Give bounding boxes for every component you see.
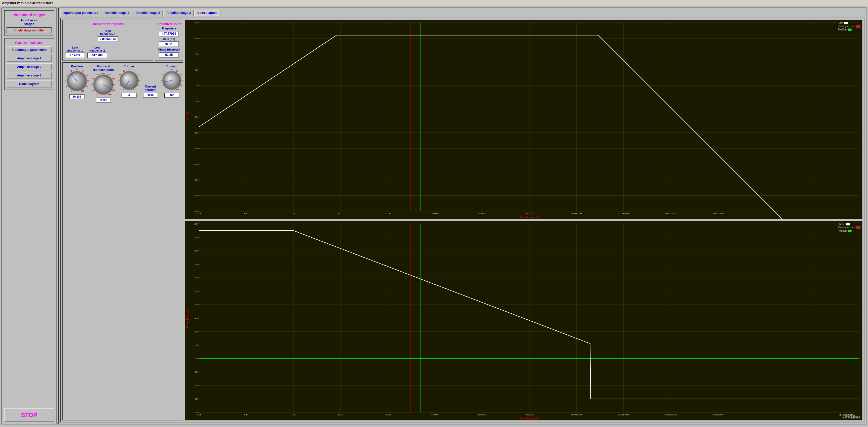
freq-label: Frequency [162,27,176,30]
gain-legend-gain-label: Gain [838,22,843,24]
left-panel: Number of stages Number ofstages Single … [1,7,57,425]
number-of-stages-subtitle: Number ofstages [21,19,37,26]
phase-legend: Phase Stability domain Pozition [838,223,861,232]
spec-point-title: Specified point [157,22,181,26]
freq-value: 447.87979 [159,31,179,36]
bottom-knobs-row: Trigger 0 Currentiteration 9999 [118,65,183,98]
current-iter-title: Currentiteration [145,85,156,92]
number-of-stages-title: Number of stages [13,12,45,17]
high-freq1-label: Highfrequency 1 [100,29,116,35]
title-bar: Amplifier with bipolar transistors [0,0,868,6]
tab-stage2[interactable]: Amplifier stage 2 [133,9,163,16]
phase-deg-value: 52.25 [159,52,179,58]
high-freq1-value: 2.86364E+6 [98,36,118,42]
btn-bode[interactable]: Bode diagram [6,80,52,88]
phase-legend-stability-label: Stability domain [838,226,856,229]
points-knob-group: Points of representation 10000 [91,65,115,418]
content-area: Characteristic points Highfrequency 1 2.… [60,18,865,423]
phase-legend-pozition: Pozition [838,229,861,232]
gain-legend-pozition-label: Pozition [838,28,847,31]
gain-legend: Gain Stability domain Pozition [838,22,861,31]
control-buttons-title: Control buttons [15,40,43,45]
control-buttons-section: Control buttons Input/output parameters … [4,38,54,90]
stability-color-box [857,25,861,28]
tab-bode[interactable]: Bode diagram [194,9,220,16]
stop-button[interactable]: STOP [4,408,54,422]
tab-io-params[interactable]: Input/output parameters [60,9,101,16]
gain-chart-box: Gain Stability domain Pozition [185,20,863,219]
tab-stage3[interactable]: Amplifier stage 3 [163,9,194,16]
phase-color-box [846,223,850,226]
domain-knob[interactable] [161,69,183,92]
low-freq1-value: 8.19672 [65,53,85,58]
tabs-bar: Input/output parameters Amplifier stage … [60,9,865,16]
domain-value: 100 [164,93,180,98]
gain-legend-stability-label: Stability domain [838,25,856,28]
position-knob[interactable] [65,69,89,93]
char-points-title: Characteristic points [65,22,151,26]
phase-chart-box: Phase Stability domain Pozition ▶ NATION… [185,221,863,421]
left-content: Characteristic points Highfrequency 1 2.… [62,20,183,421]
domain-knob-group: Domain 100 [161,65,183,98]
gain-db-label: Gain [db] [163,37,175,40]
gain-color-box [844,22,848,24]
right-panel: Input/output parameters Amplifier stage … [58,7,867,425]
gain-db-value: 32.11 [159,41,179,47]
phase-legend-stability: Stability domain [838,226,861,229]
btn-stage2[interactable]: Amplifier stage 2 [6,63,52,70]
app-title: Amplifier with bipolar transistors [2,1,53,5]
phase-legend-phase-label: Phase [838,223,845,226]
stages-value: Single stage amplifier [6,27,52,33]
position-title: Position [71,65,83,68]
phase-pozition-color-box [848,230,851,232]
current-iter-value: 9999 [143,93,158,98]
gain-legend-pozition: Pozition [838,28,861,31]
low-freq1-label: Lowfrequency 1 [67,46,83,52]
trigger-knob-group: Trigger 0 [118,65,141,98]
low-freq2-value: 447.986 [87,53,107,58]
tab-stage1[interactable]: Amplifier stage 1 [102,9,132,16]
trigger-title: Trigger [124,65,134,68]
trigger-value: 0 [122,93,137,98]
top-row: Characteristic points Highfrequency 1 2.… [62,20,183,61]
specified-point-box: Specified point Frequency 447.87979 Gain… [155,20,183,61]
gain-legend-stability: Stability domain [838,25,861,28]
phase-legend-phase: Phase [838,223,861,226]
btn-stage1[interactable]: Amplifier stage 1 [6,55,52,62]
points-knob[interactable] [91,73,115,97]
gain-legend-gain: Gain [838,22,861,24]
phase-legend-pozition-label: Pozition [838,229,847,232]
number-of-stages-section: Number of stages Number ofstages Single … [4,10,54,36]
btn-stage3[interactable]: Amplifier stage 3 [6,72,52,79]
charts-area: Gain Stability domain Pozition [185,20,863,421]
position-knob-group: Position 39.162 [65,65,89,418]
position-value: 39.162 [69,94,85,99]
btn-io-params[interactable]: Input/output parameters [6,46,52,53]
trigger-knob[interactable] [118,69,141,92]
pozition-color-box [848,28,851,31]
phase-deg-label: Phase [degrees] [158,48,180,51]
phase-stability-color-box [857,226,861,229]
low-freq2-label: Lowfrequency 2 [89,46,105,52]
knobs-box: Position 39.162 Points of representation… [62,62,183,421]
bottom-knobs: Trigger 0 Currentiteration 9999 [118,65,183,418]
domain-title: Domain [166,65,178,68]
characteristic-points-box: Characteristic points Highfrequency 1 2.… [62,20,153,61]
main-container: Number of stages Number ofstages Single … [0,6,868,426]
points-value: 10000 [96,98,111,103]
points-title: Points of representation [91,65,115,72]
ni-logo: ▶ NATIONAL INSTRUMENTS [840,414,860,419]
